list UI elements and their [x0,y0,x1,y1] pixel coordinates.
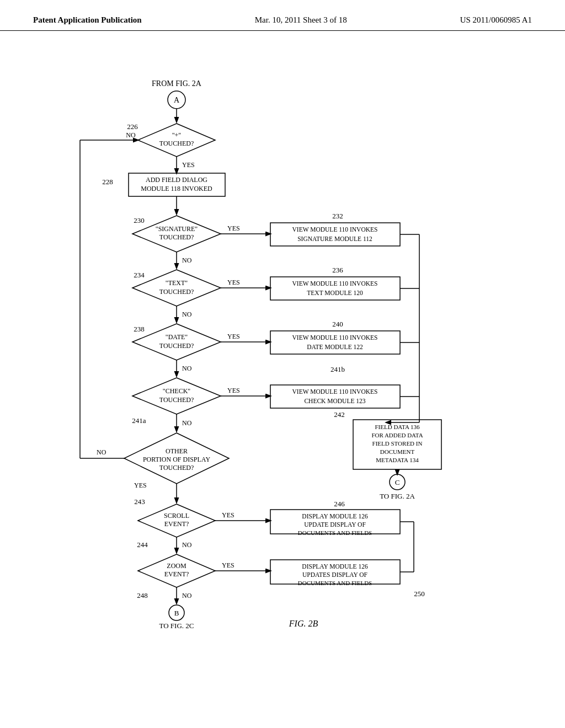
yes-other: YES [134,481,147,489]
label-242: 242 [334,410,345,419]
check-touched-text2: TOUCHED? [159,396,194,404]
signature-text2: TOUCHED? [159,233,194,241]
display-scroll-text3: DOCUMENTS AND FIELDS [298,529,372,536]
field-data-text5: METADATA 134 [376,457,419,463]
display-scroll-text2: UPDATE DISPLAY OF [304,521,366,528]
date-touched-text2: TOUCHED? [159,342,194,350]
no-scroll: NO [182,541,192,549]
label-240: 240 [332,320,343,328]
other-text1: OTHER [166,447,188,455]
label-241b: 241b [331,365,345,373]
yes-check: YES [227,387,240,394]
fig-title: FIG. 2B [289,619,318,628]
other-text3: TOUCHED? [159,464,194,472]
add-field-text2: MODULE 118 INVOKED [141,185,212,192]
scroll-text1: SCROLL [164,512,189,520]
label-250: 250 [414,590,425,598]
from-fig-2a-label: FROM FIG. 2A [152,79,202,88]
field-data-text3: FIELD STORED IN [372,440,423,447]
flowchart-svg: FROM FIG. 2A A 226 "+" TOUCHED? NO YES 2… [0,31,565,718]
to-fig-2c-label: TO FIG. 2C [159,622,194,630]
display-scroll-text1: DISPLAY MODULE 126 [302,513,368,520]
yes-date: YES [227,333,240,340]
header-publication-label: Patent Application Publication [33,15,142,25]
no-sig: NO [182,256,192,264]
field-data-text4: DOCUMENT [380,448,415,455]
no-date: NO [182,365,192,372]
scroll-text2: EVENT? [164,520,189,528]
yes-label-plus: YES [182,161,195,169]
header-patent-number: US 2011/0060985 A1 [460,15,532,25]
no-other: NO [97,448,106,456]
plus-touched-text2: TOUCHED? [159,140,194,147]
connector-c-label: C [395,478,400,486]
label-234: 234 [134,271,145,279]
label-241a: 241a [132,416,146,425]
date-module-text1: VIEW MODULE 110 INVOKES [292,334,378,341]
text-touched-text1: "TEXT" [166,279,188,287]
display-zoom-text2: UPDATES DISPLAY OF [302,571,367,578]
label-246: 246 [334,500,345,508]
plus-touched-text1: "+" [172,131,182,139]
label-230: 230 [134,216,145,224]
zoom-text2: EVENT? [164,570,189,578]
date-module-text2: DATE MODULE 122 [307,344,363,350]
zoom-text1: ZOOM [167,562,186,570]
field-data-text1: FIELD DATA 136 [375,424,420,430]
sig-module-text2: SIGNATURE MODULE 112 [297,235,372,242]
signature-text1: "SIGNATURE" [156,225,198,233]
header-date-sheet: Mar. 10, 2011 Sheet 3 of 18 [255,15,347,25]
to-fig-2a-label: TO FIG. 2A [380,492,415,500]
add-field-text1: ADD FIELD DIALOG [146,176,207,184]
text-module-text1: VIEW MODULE 110 INVOKES [292,280,378,287]
no-text: NO [182,311,192,318]
label-232: 232 [332,212,343,220]
no-zoom: NO [182,592,192,599]
label-244: 244 [137,540,148,549]
yes-sig: YES [227,224,240,232]
label-248: 248 [137,591,148,599]
no-check: NO [182,419,192,427]
text-touched-text2: TOUCHED? [159,288,194,296]
page-header: Patent Application Publication Mar. 10, … [0,0,565,31]
yes-scroll: YES [222,511,234,519]
check-module-text2: CHECK MODULE 123 [304,398,365,404]
connector-b-label: B [174,609,179,617]
label-238: 238 [134,325,145,333]
connector-a-label: A [174,96,180,104]
field-data-text2: FOR ADDED DATA [371,432,423,438]
yes-zoom: YES [222,561,234,569]
check-module-text1: VIEW MODULE 110 INVOKES [292,388,378,395]
other-text2: PORTION OF DISPLAY [143,456,211,463]
label-226: 226 [127,122,138,131]
check-touched-text1: "CHECK" [163,387,191,395]
sig-module-text1: VIEW MODULE 110 INVOKES [292,226,378,233]
diagram-area: FROM FIG. 2A A 226 "+" TOUCHED? NO YES 2… [0,31,565,718]
label-243: 243 [134,497,145,506]
label-236: 236 [332,266,343,274]
display-zoom-text1: DISPLAY MODULE 126 [302,563,368,570]
date-touched-text1: "DATE" [166,333,188,341]
yes-text: YES [227,279,240,286]
no-label-plus: NO [126,131,136,139]
label-228: 228 [102,178,113,186]
display-zoom-text3: DOCUMENTS AND FIELDS [298,580,372,586]
text-module-text2: TEXT MODULE 120 [307,290,363,296]
